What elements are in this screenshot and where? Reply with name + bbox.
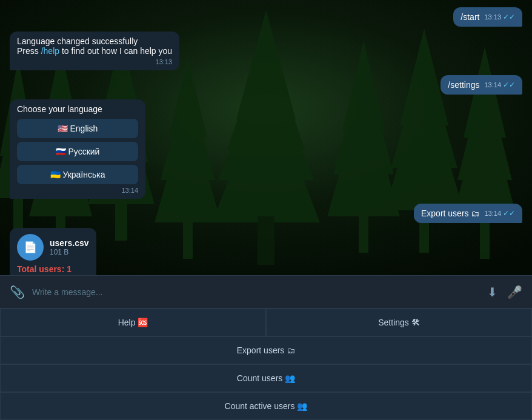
lang-btn-russian[interactable]: 🇷🇺 Русский [17, 142, 138, 161]
settings-read-check: ✓✓ [503, 81, 515, 89]
lang-btn-english[interactable]: 🇺🇸 English [17, 119, 138, 138]
attach-button[interactable]: 📎 [7, 282, 27, 302]
read-check: ✓✓ [503, 13, 515, 21]
chat-area: /start 13:13 ✓✓ Language changed success… [0, 0, 532, 275]
total-users: Total users: 1 [17, 264, 89, 274]
lang-changed-time: 13:13 [156, 58, 173, 65]
choose-lang-text: Choose your language [17, 104, 138, 114]
export-time: 13:14 [484, 210, 501, 217]
bottom-buttons: Help 🆘 Settings 🛠 Export users 🗂 Count u… [0, 308, 532, 420]
file-icon: 📄 [17, 234, 44, 261]
bubble-export: Export users 🗂 13:14 ✓✓ [414, 204, 522, 223]
btn-row-4: Count active users 👥 [0, 392, 532, 420]
input-area: 📎 ⬇ 🎤 [0, 275, 532, 308]
count-users-button[interactable]: Count users 👥 [0, 364, 532, 392]
message-choose-lang: Choose your language 🇺🇸 English 🇷🇺 Русск… [10, 99, 522, 199]
message-settings: /settings 13:14 ✓✓ [10, 75, 522, 95]
message-lang-changed: Language changed successfully Press /hel… [10, 32, 522, 70]
lang-changed-line2: Press /help to find out how I can help y… [17, 46, 172, 56]
language-buttons: 🇺🇸 English 🇷🇺 Русский 🇺🇦 Українська [17, 119, 138, 184]
export-users-button[interactable]: Export users 🗂 [0, 336, 532, 364]
export-text: Export users 🗂 [421, 208, 479, 218]
bubble-settings: /settings 13:14 ✓✓ [441, 75, 522, 95]
total-users-value: 1 [67, 264, 71, 274]
file-content: 📄 users.csv 101 B [17, 234, 89, 261]
total-users-label: Total users: [17, 264, 64, 274]
bubble-lang-changed: Language changed successfully Press /hel… [10, 32, 179, 70]
settings-time: 13:14 [484, 81, 501, 88]
lang-btn-ukrainian[interactable]: 🇺🇦 Українська [17, 165, 138, 184]
settings-text: /settings [448, 80, 479, 90]
message-export: Export users 🗂 13:14 ✓✓ [10, 204, 522, 223]
file-info: users.csv 101 B [50, 238, 89, 256]
btn-row-3: Count users 👥 [0, 364, 532, 392]
voice-button[interactable]: 🎤 [505, 282, 525, 302]
messages-container: /start 13:13 ✓✓ Language changed success… [0, 0, 532, 275]
export-read-check: ✓✓ [503, 209, 515, 218]
message-input[interactable] [32, 287, 480, 297]
choose-lang-time: 13:14 [121, 187, 138, 194]
message-file: 📄 users.csv 101 B Total users: 1 13:14 ↩ [10, 228, 522, 275]
file-bubble: 📄 users.csv 101 B Total users: 1 13:14 ↩ [10, 228, 96, 275]
filename: users.csv [50, 238, 89, 248]
lang-changed-line1: Language changed successfully [17, 36, 172, 46]
help-link[interactable]: /help [41, 46, 59, 56]
bubble-choose-lang: Choose your language 🇺🇸 English 🇷🇺 Русск… [10, 99, 145, 199]
count-active-users-button[interactable]: Count active users 👥 [0, 392, 532, 420]
btn-row-1: Help 🆘 Settings 🛠 [0, 308, 532, 336]
start-time: 13:13 [484, 13, 501, 21]
message-start: /start 13:13 ✓✓ [10, 7, 522, 27]
help-button[interactable]: Help 🆘 [0, 308, 266, 336]
filesize: 101 B [50, 248, 89, 256]
emoji-button[interactable]: ⬇ [485, 282, 500, 302]
settings-button[interactable]: Settings 🛠 [266, 308, 532, 336]
bubble-start: /start 13:13 ✓✓ [453, 7, 522, 27]
btn-row-2: Export users 🗂 [0, 336, 532, 364]
start-text: /start [461, 12, 479, 22]
